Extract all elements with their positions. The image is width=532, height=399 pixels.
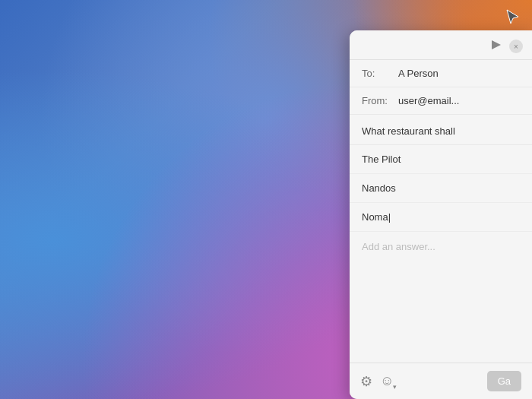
emoji-badge: ▾ [393,383,397,391]
answer-text-3: Noma| [362,211,391,223]
answer-text-1: The Pilot [362,154,401,165]
emoji-icon[interactable]: ☺ ▾ [380,373,394,389]
cursor-icon [502,6,523,27]
question-text: What restaurant shall [362,125,455,137]
compose-panel: × To: A Person From: user@email... What … [350,30,532,399]
from-label: From: [362,95,398,106]
to-value: A Person [398,68,439,79]
answer-text-2: Nandos [362,182,396,194]
question-row: What restaurant shall [350,115,532,145]
from-field-row: From: user@email... [350,87,532,115]
answer-row-1[interactable]: The Pilot [350,145,532,174]
from-value: user@email... [398,95,459,106]
answer-row-2[interactable]: Nandos [350,174,532,203]
footer-icons: ⚙ ☺ ▾ [360,373,394,390]
panel-footer: ⚙ ☺ ▾ Ga [350,363,532,399]
close-button[interactable]: × [509,40,523,53]
answers-section: The Pilot Nandos Noma| Add an answer... [350,145,532,363]
add-answer-placeholder: Add an answer... [362,241,435,252]
to-label: To: [362,68,398,79]
panel-header: × [350,30,532,59]
to-field-row: To: A Person [350,60,532,87]
answer-row-3[interactable]: Noma| [350,203,532,232]
gear-icon[interactable]: ⚙ [360,373,372,390]
send-button[interactable]: Ga [487,371,521,391]
add-answer-row[interactable]: Add an answer... [350,232,532,261]
arrow-icon [489,38,503,55]
